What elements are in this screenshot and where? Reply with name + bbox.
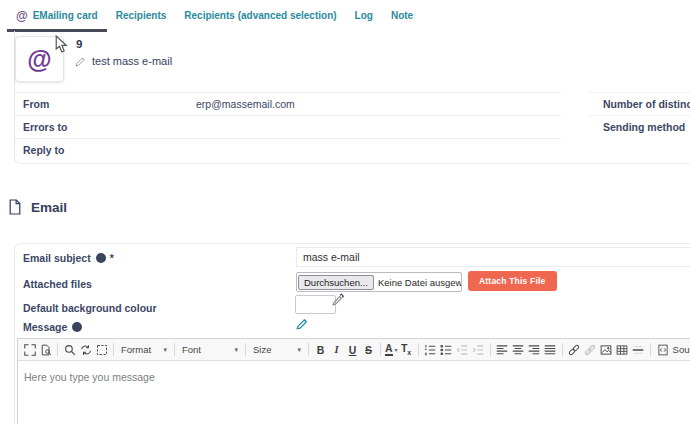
tab-recipients-advanced[interactable]: Recipients (advanced selection) <box>175 2 345 29</box>
format-dropdown[interactable]: Format <box>118 344 170 355</box>
font-dropdown[interactable]: Font <box>179 344 241 355</box>
email-subject-input[interactable] <box>296 247 690 267</box>
message-editor: Format Font Size B I U S A <box>17 338 690 424</box>
row-label: From <box>15 98 196 110</box>
subject-label: Email subject* <box>23 252 114 264</box>
row-label: Errors to <box>15 121 196 133</box>
link-icon[interactable] <box>567 341 582 358</box>
toolbar-separator <box>113 343 114 356</box>
row-label: Reply to <box>15 144 196 156</box>
emailing-title-line: test mass e-mail <box>75 55 172 67</box>
tab-label: Log <box>355 10 373 21</box>
emailing-photo-box[interactable]: @ <box>15 36 64 82</box>
size-dropdown[interactable]: Size <box>250 344 304 355</box>
align-center-icon[interactable] <box>511 341 526 358</box>
no-file-selected-text: Keine Datei ausgewählt. <box>374 277 462 288</box>
row-label: Sending method <box>589 121 685 133</box>
toolbar-separator <box>174 343 175 356</box>
source-label: Source <box>673 344 690 355</box>
toolbar-separator <box>418 343 419 356</box>
document-icon <box>8 199 22 215</box>
required-marker: * <box>110 252 114 264</box>
edit-pencil-icon[interactable] <box>75 56 86 67</box>
toolbar-separator <box>57 343 58 356</box>
browse-button[interactable]: Durchsuchen... <box>298 275 374 290</box>
toolbar-separator <box>380 343 381 356</box>
toolbar-separator <box>245 343 246 356</box>
editor-toolbar: Format Font Size B I U S A <box>18 339 690 361</box>
attach-this-file-button[interactable]: Attach This File <box>468 271 557 291</box>
source-button[interactable]: Source <box>655 344 690 356</box>
info-icon[interactable] <box>96 253 106 263</box>
file-input[interactable]: Durchsuchen... Keine Datei ausgewählt. <box>296 272 462 292</box>
overview-right-table: Number of distinct recipients Sending me… <box>589 92 690 138</box>
colour-picker-icon[interactable] <box>332 293 345 306</box>
ordered-list-icon[interactable] <box>423 341 438 358</box>
table-row: Reply to <box>15 138 561 161</box>
tab-label: Recipients <box>116 10 167 21</box>
align-left-icon[interactable] <box>495 341 510 358</box>
editor-text: Here you type you message <box>24 371 155 383</box>
email-form-card: Email subject* Attached files Durchsuche… <box>14 243 690 424</box>
message-editor-toggle-icon[interactable] <box>296 317 309 330</box>
horizontal-rule-icon[interactable] <box>631 341 646 358</box>
tab-bar: @ EMailing card Recipients Recipients (a… <box>0 0 690 30</box>
table-row: Number of distinct recipients <box>589 92 690 115</box>
at-icon: @ <box>27 45 51 74</box>
tab-note[interactable]: Note <box>382 2 422 29</box>
find-icon[interactable] <box>62 341 77 358</box>
text-color-button[interactable]: A <box>385 343 398 356</box>
tab-recipients[interactable]: Recipients <box>107 2 176 29</box>
maximize-icon[interactable] <box>22 341 37 358</box>
remove-format-button[interactable]: Tx <box>399 342 414 356</box>
underline-button[interactable]: U <box>345 344 360 356</box>
emailing-card-page: @ EMailing card Recipients Recipients (a… <box>0 0 690 424</box>
unlink-icon[interactable] <box>583 341 598 358</box>
table-icon[interactable] <box>615 341 630 358</box>
table-row: Errors to <box>15 115 561 138</box>
email-section-header: Email <box>8 199 67 215</box>
toolbar-separator <box>650 343 651 356</box>
replace-icon[interactable] <box>78 341 93 358</box>
info-icon[interactable] <box>72 322 82 332</box>
tab-label: EMailing card <box>33 10 98 21</box>
background-colour-label: Default background colour <box>23 302 157 314</box>
strikethrough-button[interactable]: S <box>361 344 376 356</box>
tab-emailing-card[interactable]: @ EMailing card <box>7 2 107 32</box>
decrease-indent-icon[interactable] <box>455 341 470 358</box>
tab-label: Note <box>391 10 413 21</box>
preview-icon[interactable] <box>38 341 53 358</box>
italic-button[interactable]: I <box>329 344 344 355</box>
unordered-list-icon[interactable] <box>439 341 454 358</box>
section-title: Email <box>31 200 67 215</box>
row-label: Number of distinct recipients <box>589 98 690 110</box>
overview-left-table: From erp@massemail.com Errors to Reply t… <box>15 92 561 161</box>
toolbar-separator <box>490 343 491 356</box>
image-icon[interactable] <box>599 341 614 358</box>
emailing-ref: 9 <box>76 38 82 50</box>
select-all-icon[interactable] <box>94 341 109 358</box>
emailing-title: test mass e-mail <box>92 55 172 67</box>
align-right-icon[interactable] <box>527 341 542 358</box>
tab-label: Recipients (advanced selection) <box>184 10 336 21</box>
align-justify-icon[interactable] <box>543 341 558 358</box>
attached-files-label: Attached files <box>23 278 92 290</box>
tab-log[interactable]: Log <box>346 2 382 29</box>
bold-button[interactable]: B <box>313 344 328 356</box>
row-value: erp@massemail.com <box>196 98 295 110</box>
toolbar-separator <box>562 343 563 356</box>
background-colour-input[interactable] <box>295 295 336 314</box>
editor-content-area[interactable]: Here you type you message <box>18 361 690 393</box>
table-row: From erp@massemail.com <box>15 92 561 115</box>
emailing-object-icon: @ <box>16 10 28 22</box>
table-row: Sending method <box>589 115 690 138</box>
toolbar-separator <box>308 343 309 356</box>
increase-indent-icon[interactable] <box>471 341 486 358</box>
emailing-overview-card: @ 9 test mass e-mail From erp@massemail.… <box>14 31 690 164</box>
message-label: Message <box>23 321 82 333</box>
